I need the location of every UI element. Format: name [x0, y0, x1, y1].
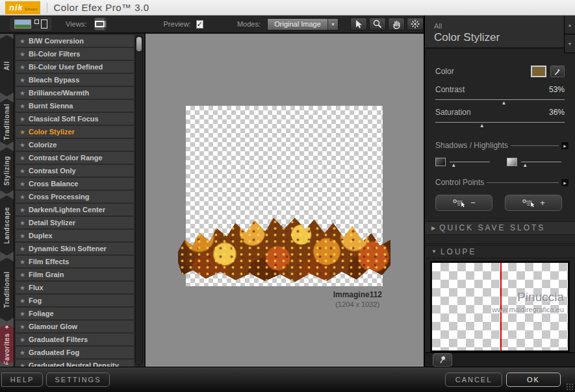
- category-tab[interactable]: All: [0, 35, 14, 97]
- filter-star-icon[interactable]: ★: [19, 245, 29, 252]
- filter-list-item[interactable]: ★ B/W Conversion: [16, 35, 134, 47]
- filter-star-icon[interactable]: ★: [19, 349, 29, 356]
- control-points-label: Control Points: [435, 178, 484, 187]
- single-view-button[interactable]: [95, 18, 105, 30]
- filter-list-item[interactable]: ★ Duplex: [16, 230, 134, 241]
- filter-list-item[interactable]: ★ Graduated Filters: [16, 334, 134, 345]
- filter-list-item[interactable]: ★ Contrast Only: [16, 165, 134, 177]
- lightbulb-tool-button[interactable]: [407, 18, 424, 31]
- split-view-button[interactable]: [105, 18, 106, 30]
- filter-star-icon[interactable]: ★: [19, 232, 29, 239]
- highlights-slider-handle[interactable]: ▲: [522, 163, 528, 168]
- filter-star-icon[interactable]: ★: [19, 180, 29, 188]
- filter-star-icon[interactable]: ★: [19, 103, 29, 110]
- cancel-button[interactable]: CANCEL: [445, 373, 502, 387]
- contrast-slider[interactable]: ▲: [435, 99, 565, 100]
- filter-list-item[interactable]: ★ Darken/Lighten Center: [16, 204, 134, 215]
- shadows-highlights-expand-button[interactable]: ▶: [561, 142, 569, 149]
- category-tab[interactable]: Traditional: [0, 258, 14, 321]
- filter-star-icon[interactable]: ★: [19, 193, 29, 201]
- settings-button[interactable]: SETTINGS: [46, 373, 110, 387]
- shadows-slider[interactable]: ▲: [450, 162, 490, 162]
- next-filter-button[interactable]: ▼: [565, 34, 575, 53]
- filter-list-scrollbar[interactable]: [135, 35, 143, 365]
- preview-checkbox[interactable]: ✓: [196, 20, 203, 29]
- filter-list-item[interactable]: ★ Glamour Glow: [16, 321, 134, 332]
- filter-label: Contrast Only: [29, 167, 76, 175]
- add-control-point-button[interactable]: +: [505, 195, 562, 211]
- filter-list-item[interactable]: ★ Classical Soft Focus: [16, 113, 134, 125]
- saturation-slider[interactable]: ▲: [435, 122, 565, 123]
- filter-star-icon[interactable]: ★: [19, 38, 29, 45]
- remove-control-point-button[interactable]: −: [435, 195, 492, 211]
- loupe-header[interactable]: ▼ LOUPE: [425, 245, 575, 259]
- filter-list: ★ B/W Conversion ★ Bi-Color Filters ★ Bi…: [14, 34, 144, 367]
- eyedropper-button[interactable]: [550, 66, 565, 77]
- contrast-slider-handle[interactable]: ▲: [502, 101, 507, 106]
- control-points-expand-button[interactable]: ▶: [561, 179, 569, 186]
- filter-list-item[interactable]: ★ Bi-Color Filters: [16, 48, 134, 60]
- filter-star-icon[interactable]: ★: [19, 258, 29, 265]
- quick-save-slots-header[interactable]: ▶ QUICK SAVE SLOTS: [425, 221, 575, 235]
- filter-star-icon[interactable]: ★: [19, 219, 29, 227]
- previous-filter-button[interactable]: ▲: [565, 16, 575, 34]
- help-button[interactable]: HELP: [1, 373, 43, 387]
- filter-star-icon[interactable]: ★: [19, 297, 29, 304]
- filter-list-item[interactable]: ★ Graduated Neutral Density: [16, 360, 134, 367]
- filter-star-icon[interactable]: ★: [19, 90, 29, 97]
- filter-star-icon[interactable]: ★: [19, 310, 29, 317]
- filter-list-item[interactable]: ★ Color Stylizer: [16, 126, 134, 138]
- filter-star-icon[interactable]: ★: [19, 64, 29, 71]
- filter-star-icon[interactable]: ★: [19, 141, 29, 149]
- filter-star-icon[interactable]: ★: [19, 129, 29, 136]
- filter-list-item[interactable]: ★ Cross Processing: [16, 191, 134, 202]
- filter-star-icon[interactable]: ★: [19, 362, 29, 367]
- highlights-slider[interactable]: ▲: [521, 162, 561, 162]
- filter-list-item[interactable]: ★ Flux: [16, 282, 134, 293]
- filter-star-icon[interactable]: ★: [19, 116, 29, 123]
- pan-tool-button[interactable]: [388, 18, 405, 31]
- filter-star-icon[interactable]: ★: [19, 323, 29, 330]
- preview-image[interactable]: [186, 106, 383, 286]
- filter-star-icon[interactable]: ★: [19, 154, 29, 162]
- zoom-tool-button[interactable]: [369, 18, 386, 31]
- dropdown-arrow-icon[interactable]: ▼: [327, 19, 338, 30]
- select-tool-button[interactable]: [350, 18, 367, 31]
- filter-list-item[interactable]: ★ Dynamic Skin Softener: [16, 243, 134, 254]
- filter-list-item[interactable]: ★ Cross Balance: [16, 178, 134, 190]
- loupe-view[interactable]: Pinuccia www.maidiregrafica.eu: [430, 261, 570, 352]
- filter-list-item[interactable]: ★ Brilliance/Warmth: [16, 87, 134, 99]
- ok-button[interactable]: OK: [506, 373, 561, 387]
- filter-list-item[interactable]: ★ Contrast Color Range: [16, 152, 134, 164]
- filter-star-icon[interactable]: ★: [19, 336, 29, 343]
- filter-star-icon[interactable]: ★: [19, 51, 29, 58]
- filter-list-item[interactable]: ★ Bi-Color User Defined: [16, 61, 134, 73]
- filter-star-icon[interactable]: ★: [19, 284, 29, 291]
- shadows-slider-handle[interactable]: ▲: [451, 163, 456, 168]
- filter-star-icon[interactable]: ★: [19, 167, 29, 175]
- resize-grip-icon[interactable]: [566, 383, 574, 391]
- filter-list-item[interactable]: ★ Colorize: [16, 139, 134, 151]
- scrollbar-thumb[interactable]: [136, 37, 142, 51]
- filter-list-item[interactable]: ★ Film Effects: [16, 256, 134, 267]
- saturation-slider-handle[interactable]: ▲: [479, 123, 485, 129]
- filter-list-item[interactable]: ★ Fog: [16, 295, 134, 306]
- filter-star-icon[interactable]: ★: [19, 271, 29, 278]
- filter-list-item[interactable]: ★ Foliage: [16, 308, 134, 319]
- filter-star-icon[interactable]: ★: [19, 77, 29, 84]
- filter-list-item[interactable]: ★ Bleach Bypass: [16, 74, 134, 86]
- loupe-pin-button[interactable]: [433, 353, 452, 367]
- category-tab[interactable]: Favorites ★: [0, 324, 14, 365]
- category-tab[interactable]: Traditional: [0, 99, 14, 145]
- category-tab[interactable]: Stylizing: [0, 147, 14, 194]
- image-thumbnail-icon[interactable]: [14, 19, 31, 29]
- filter-list-item[interactable]: ★ Film Grain: [16, 269, 134, 280]
- color-swatch[interactable]: [531, 66, 546, 77]
- filter-list-item[interactable]: ★ Detail Stylizer: [16, 217, 134, 228]
- filter-list-item[interactable]: ★ Burnt Sienna: [16, 100, 134, 112]
- filter-browser-icon[interactable]: [34, 19, 47, 29]
- category-tab[interactable]: Landscape: [0, 195, 14, 256]
- filter-list-item[interactable]: ★ Graduated Fog: [16, 347, 134, 358]
- modes-dropdown[interactable]: Original Image ▼: [267, 18, 339, 31]
- filter-star-icon[interactable]: ★: [19, 206, 29, 214]
